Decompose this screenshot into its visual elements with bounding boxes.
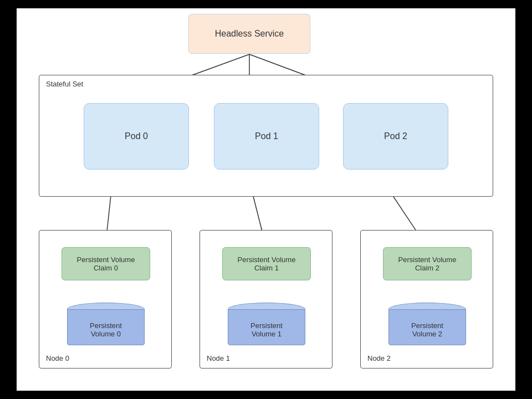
pv-1-cylinder-body: PersistentVolume 1 (228, 309, 305, 345)
pvc-2-label: Persistent VolumeClaim 2 (398, 255, 457, 272)
pv-0-cylinder-body: PersistentVolume 0 (67, 309, 145, 345)
pod-2-box: Pod 2 (343, 103, 448, 170)
node-2-label: Node 2 (367, 354, 391, 362)
stateful-set-label: Stateful Set (46, 80, 83, 88)
pv-2-cylinder: PersistentVolume 2 (388, 303, 466, 352)
pv-2-label: PersistentVolume 2 (411, 321, 443, 338)
node-2-box: Persistent VolumeClaim 2 PersistentVolum… (360, 230, 493, 369)
pv-0-cylinder: PersistentVolume 0 (67, 303, 145, 352)
pvc-0-box: Persistent VolumeClaim 0 (62, 247, 150, 280)
pv-1-label: PersistentVolume 1 (250, 321, 283, 338)
node-1-label: Node 1 (207, 354, 230, 362)
pvc-2-box: Persistent VolumeClaim 2 (383, 247, 472, 280)
pod-0-label: Pod 0 (125, 131, 148, 141)
pv-1-cylinder: PersistentVolume 1 (228, 303, 305, 352)
canvas: Headless Service Stateful Set Pod 0 Pod … (17, 8, 515, 391)
pv-0-label: PersistentVolume 0 (90, 321, 122, 338)
headless-service-box: Headless Service (188, 14, 310, 54)
node-1-box: Persistent VolumeClaim 1 PersistentVolum… (200, 230, 332, 369)
headless-service-label: Headless Service (215, 29, 284, 39)
node-0-label: Node 0 (46, 354, 69, 362)
pv-0-container: PersistentVolume 0 (67, 303, 145, 352)
pv-2-cylinder-body: PersistentVolume 2 (388, 309, 466, 345)
stateful-set-box: Stateful Set Pod 0 Pod 1 Pod 2 (39, 75, 493, 197)
pod-1-box: Pod 1 (214, 103, 319, 170)
pod-0-box: Pod 0 (84, 103, 189, 170)
pv-2-container: PersistentVolume 2 (388, 303, 466, 352)
pvc-1-box: Persistent VolumeClaim 1 (222, 247, 311, 280)
node-0-box: Persistent VolumeClaim 0 PersistentVolum… (39, 230, 172, 369)
pod-1-label: Pod 1 (255, 131, 278, 141)
pvc-0-label: Persistent VolumeClaim 0 (77, 255, 135, 272)
pvc-1-label: Persistent VolumeClaim 1 (238, 255, 296, 272)
pod-2-label: Pod 2 (384, 131, 407, 141)
pv-1-container: PersistentVolume 1 (228, 303, 305, 352)
